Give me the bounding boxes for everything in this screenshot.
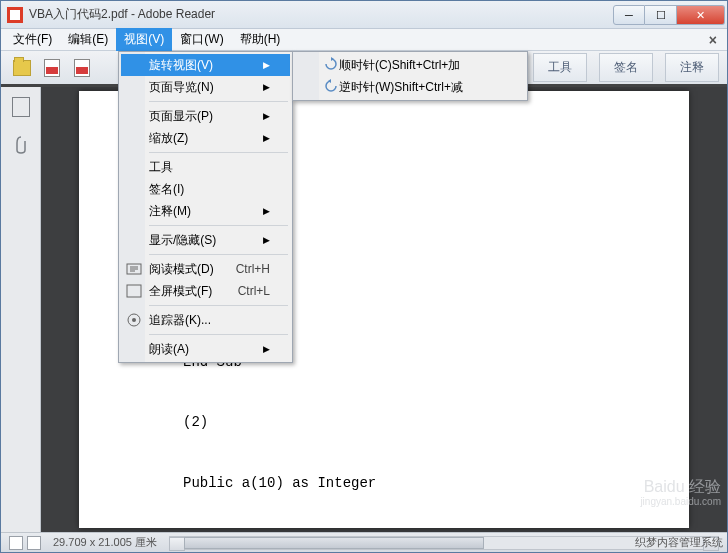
adobe-reader-icon [7, 7, 23, 23]
menuitem-fullscreen[interactable]: 全屏模式(F)Ctrl+L [121, 280, 290, 302]
menu-window[interactable]: 窗口(W) [172, 28, 231, 51]
create-pdf-button[interactable] [39, 55, 65, 81]
svg-point-6 [132, 318, 136, 322]
menu-view[interactable]: 视图(V) [116, 28, 172, 51]
view-menu-dropdown: 旋转视图(V)▶ 页面导览(N)▶ 页面显示(P)▶ 缩放(Z)▶ 工具 签名(… [118, 51, 293, 363]
menuitem-comments[interactable]: 注释(M)▶ [121, 200, 290, 222]
thumbnails-icon[interactable] [12, 97, 30, 117]
read-mode-icon [126, 261, 142, 277]
maximize-button[interactable]: ☐ [645, 5, 677, 25]
code-line: Public a(10) as Integer [183, 472, 659, 494]
rotate-cw-icon [323, 56, 339, 75]
rotate-submenu: 顺时针(C)Shift+Ctrl+加 逆时针(W)Shift+Ctrl+减 [292, 51, 528, 101]
menubar: 文件(F) 编辑(E) 视图(V) 窗口(W) 帮助(H) × [1, 29, 727, 51]
code-line: (2) [183, 411, 659, 433]
page-dimensions: 29.709 x 21.005 厘米 [53, 535, 157, 550]
left-nav-panel: ▸ [1, 87, 41, 532]
menubar-close-icon[interactable]: × [703, 32, 723, 48]
fit-width-icon[interactable] [27, 536, 41, 550]
svg-rect-4 [127, 285, 141, 297]
menuitem-zoom[interactable]: 缩放(Z)▶ [121, 127, 290, 149]
menuitem-rotate-ccw[interactable]: 逆时针(W)Shift+Ctrl+减 [295, 76, 525, 98]
menu-edit[interactable]: 编辑(E) [60, 28, 116, 51]
menuitem-tracker[interactable]: 追踪器(K)... [121, 309, 290, 331]
menuitem-rotate-view[interactable]: 旋转视图(V)▶ [121, 54, 290, 76]
content-area: ▸ End Sub (2) Public a(10) as Integer ..… [1, 87, 727, 532]
menuitem-sign[interactable]: 签名(I) [121, 178, 290, 200]
menuitem-page-display[interactable]: 页面显示(P)▶ [121, 105, 290, 127]
window-title: VBA入门代码2.pdf - Adobe Reader [29, 6, 613, 23]
menuitem-read-mode[interactable]: 阅读模式(D)Ctrl+H [121, 258, 290, 280]
fullscreen-icon [126, 283, 142, 299]
tools-panel-button[interactable]: 工具 [533, 53, 587, 82]
close-button[interactable]: ✕ [677, 5, 725, 25]
pdf-save-icon [74, 59, 90, 77]
scrollbar-thumb[interactable] [184, 537, 484, 549]
menuitem-show-hide[interactable]: 显示/隐藏(S)▶ [121, 229, 290, 251]
titlebar: VBA入门代码2.pdf - Adobe Reader ─ ☐ ✕ [1, 1, 727, 29]
pdf-icon [44, 59, 60, 77]
statusbar: 29.709 x 21.005 厘米 [1, 532, 727, 552]
attachments-icon[interactable] [12, 135, 30, 155]
rotate-ccw-icon [323, 78, 339, 97]
folder-icon [13, 60, 31, 76]
open-file-button[interactable] [9, 55, 35, 81]
menuitem-page-navigation[interactable]: 页面导览(N)▶ [121, 76, 290, 98]
menuitem-rotate-cw[interactable]: 顺时针(C)Shift+Ctrl+加 [295, 54, 525, 76]
comment-panel-button[interactable]: 注释 [665, 53, 719, 82]
footer-branding: 织梦内容管理系统 [635, 535, 723, 550]
app-window: VBA入门代码2.pdf - Adobe Reader ─ ☐ ✕ 文件(F) … [0, 0, 728, 553]
fit-page-icon[interactable] [9, 536, 23, 550]
tracker-icon [126, 312, 142, 328]
menuitem-tools[interactable]: 工具 [121, 156, 290, 178]
menuitem-read-aloud[interactable]: 朗读(A)▶ [121, 338, 290, 360]
menu-file[interactable]: 文件(F) [5, 28, 60, 51]
zoom-mode-icons [9, 536, 41, 550]
menu-help[interactable]: 帮助(H) [232, 28, 289, 51]
save-button[interactable] [69, 55, 95, 81]
minimize-button[interactable]: ─ [613, 5, 645, 25]
window-controls: ─ ☐ ✕ [613, 5, 725, 25]
sign-panel-button[interactable]: 签名 [599, 53, 653, 82]
